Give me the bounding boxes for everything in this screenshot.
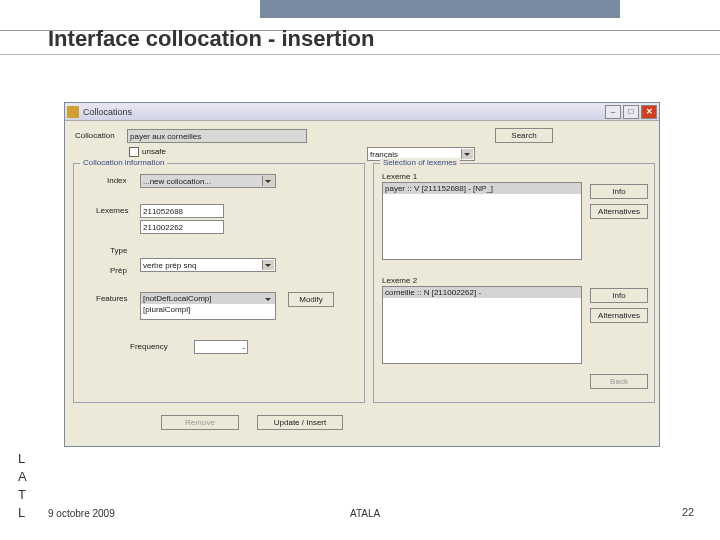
lexeme1-info-button[interactable]: Info bbox=[590, 184, 648, 199]
feature-item[interactable]: [notDefLocalComp] bbox=[141, 293, 275, 304]
lexeme2-list[interactable]: corneille :: N [211002262] - bbox=[382, 286, 582, 364]
features-list[interactable]: [notDefLocalComp] [pluralCompl] bbox=[140, 292, 276, 320]
close-button[interactable]: ✕ bbox=[641, 105, 657, 119]
remove-button[interactable]: Remove bbox=[161, 415, 239, 430]
lexemes-label: Lexemes bbox=[96, 206, 128, 215]
collocation-input[interactable] bbox=[127, 129, 307, 143]
minimize-button[interactable]: – bbox=[605, 105, 621, 119]
lexeme2-info-button[interactable]: Info bbox=[590, 288, 648, 303]
update-insert-button[interactable]: Update / Insert bbox=[257, 415, 343, 430]
lexeme-selection-fieldset: Selection of lexemes Lexeme 1 payer :: V… bbox=[373, 163, 655, 403]
app-icon bbox=[67, 106, 79, 118]
frequency-label: Frequency bbox=[130, 342, 168, 351]
unsafe-check-box[interactable] bbox=[129, 147, 139, 157]
index-label: Index bbox=[107, 176, 127, 185]
footer-date: 9 octobre 2009 bbox=[48, 508, 115, 519]
index-select[interactable]: ...new collocation... bbox=[140, 174, 276, 188]
lexeme2-item[interactable]: corneille :: N [211002262] - bbox=[383, 287, 581, 298]
collocation-label: Collocation bbox=[75, 131, 115, 140]
lexeme1-item[interactable]: payer :: V [211152688] - [NP_] bbox=[383, 183, 581, 194]
collocations-window: Collocations – □ ✕ Collocation français … bbox=[64, 102, 660, 447]
lexeme-selection-title: Selection of lexemes bbox=[380, 158, 460, 167]
hr-bottom bbox=[0, 54, 720, 55]
side-letters: L A T L bbox=[18, 450, 27, 522]
search-button[interactable]: Search bbox=[495, 128, 553, 143]
lexeme1-label: Lexeme 1 bbox=[382, 172, 417, 181]
features-label: Features bbox=[96, 294, 128, 303]
window-title: Collocations bbox=[83, 107, 132, 117]
prep-label: Prép bbox=[110, 266, 127, 275]
slide-title: Interface collocation - insertion bbox=[48, 26, 374, 52]
lexeme2-alternatives-button[interactable]: Alternatives bbox=[590, 308, 648, 323]
footer-center: ATALA bbox=[350, 508, 380, 519]
maximize-button[interactable]: □ bbox=[623, 105, 639, 119]
unsafe-checkbox[interactable]: unsafe bbox=[129, 147, 166, 157]
collocation-info-fieldset: Collocation information Index ...new col… bbox=[73, 163, 365, 403]
feature-item[interactable]: [pluralCompl] bbox=[141, 304, 275, 315]
lexeme1-list[interactable]: payer :: V [211152688] - [NP_] bbox=[382, 182, 582, 260]
lexeme1-alternatives-button[interactable]: Alternatives bbox=[590, 204, 648, 219]
page-number: 22 bbox=[682, 506, 694, 518]
modify-button[interactable]: Modify bbox=[288, 292, 334, 307]
lexeme2-input[interactable] bbox=[140, 220, 224, 234]
titlebar[interactable]: Collocations – □ ✕ bbox=[65, 103, 659, 121]
frequency-input[interactable] bbox=[194, 340, 248, 354]
lexeme2-label: Lexeme 2 bbox=[382, 276, 417, 285]
collocation-info-title: Collocation information bbox=[80, 158, 167, 167]
type-label: Type bbox=[110, 246, 127, 255]
type-select[interactable]: verbe prép snq bbox=[140, 258, 276, 272]
decorative-band bbox=[260, 0, 620, 18]
back-button[interactable]: Back bbox=[590, 374, 648, 389]
lexeme1-input[interactable] bbox=[140, 204, 224, 218]
